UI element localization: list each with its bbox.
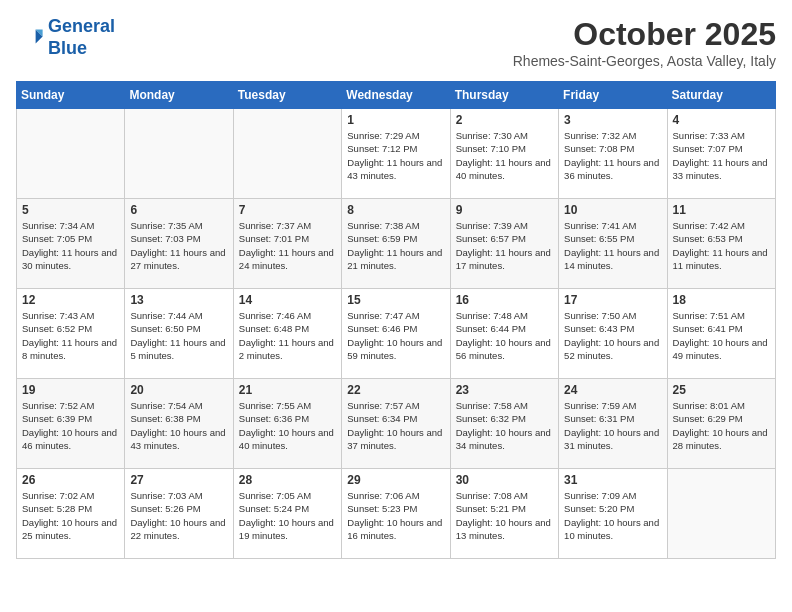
day-info: Sunrise: 7:03 AMSunset: 5:26 PMDaylight:… [130, 489, 227, 542]
day-number: 7 [239, 203, 336, 217]
logo-general: General [48, 16, 115, 36]
day-info: Sunrise: 7:39 AMSunset: 6:57 PMDaylight:… [456, 219, 553, 272]
weekday-header: Sunday [17, 82, 125, 109]
day-number: 25 [673, 383, 770, 397]
calendar-cell: 3Sunrise: 7:32 AMSunset: 7:08 PMDaylight… [559, 109, 667, 199]
calendar-cell: 5Sunrise: 7:34 AMSunset: 7:05 PMDaylight… [17, 199, 125, 289]
day-number: 15 [347, 293, 444, 307]
calendar-week-row: 5Sunrise: 7:34 AMSunset: 7:05 PMDaylight… [17, 199, 776, 289]
calendar-cell: 19Sunrise: 7:52 AMSunset: 6:39 PMDayligh… [17, 379, 125, 469]
calendar-cell: 1Sunrise: 7:29 AMSunset: 7:12 PMDaylight… [342, 109, 450, 199]
calendar-table: SundayMondayTuesdayWednesdayThursdayFrid… [16, 81, 776, 559]
logo-text: General Blue [48, 16, 115, 59]
header-row: SundayMondayTuesdayWednesdayThursdayFrid… [17, 82, 776, 109]
day-number: 18 [673, 293, 770, 307]
calendar-cell: 8Sunrise: 7:38 AMSunset: 6:59 PMDaylight… [342, 199, 450, 289]
day-info: Sunrise: 7:59 AMSunset: 6:31 PMDaylight:… [564, 399, 661, 452]
calendar-cell: 13Sunrise: 7:44 AMSunset: 6:50 PMDayligh… [125, 289, 233, 379]
day-info: Sunrise: 7:43 AMSunset: 6:52 PMDaylight:… [22, 309, 119, 362]
day-info: Sunrise: 7:35 AMSunset: 7:03 PMDaylight:… [130, 219, 227, 272]
day-number: 6 [130, 203, 227, 217]
logo: General Blue [16, 16, 115, 59]
calendar-cell: 7Sunrise: 7:37 AMSunset: 7:01 PMDaylight… [233, 199, 341, 289]
calendar-cell: 30Sunrise: 7:08 AMSunset: 5:21 PMDayligh… [450, 469, 558, 559]
day-info: Sunrise: 7:05 AMSunset: 5:24 PMDaylight:… [239, 489, 336, 542]
day-number: 27 [130, 473, 227, 487]
calendar-cell [233, 109, 341, 199]
calendar-week-row: 12Sunrise: 7:43 AMSunset: 6:52 PMDayligh… [17, 289, 776, 379]
calendar-cell: 29Sunrise: 7:06 AMSunset: 5:23 PMDayligh… [342, 469, 450, 559]
calendar-cell: 6Sunrise: 7:35 AMSunset: 7:03 PMDaylight… [125, 199, 233, 289]
day-info: Sunrise: 7:46 AMSunset: 6:48 PMDaylight:… [239, 309, 336, 362]
calendar-cell: 26Sunrise: 7:02 AMSunset: 5:28 PMDayligh… [17, 469, 125, 559]
calendar-cell: 9Sunrise: 7:39 AMSunset: 6:57 PMDaylight… [450, 199, 558, 289]
day-info: Sunrise: 7:55 AMSunset: 6:36 PMDaylight:… [239, 399, 336, 452]
weekday-header: Tuesday [233, 82, 341, 109]
day-number: 28 [239, 473, 336, 487]
day-info: Sunrise: 7:37 AMSunset: 7:01 PMDaylight:… [239, 219, 336, 272]
weekday-header: Friday [559, 82, 667, 109]
day-number: 9 [456, 203, 553, 217]
day-info: Sunrise: 7:54 AMSunset: 6:38 PMDaylight:… [130, 399, 227, 452]
day-info: Sunrise: 7:48 AMSunset: 6:44 PMDaylight:… [456, 309, 553, 362]
calendar-cell: 12Sunrise: 7:43 AMSunset: 6:52 PMDayligh… [17, 289, 125, 379]
day-number: 26 [22, 473, 119, 487]
day-info: Sunrise: 7:52 AMSunset: 6:39 PMDaylight:… [22, 399, 119, 452]
day-info: Sunrise: 7:29 AMSunset: 7:12 PMDaylight:… [347, 129, 444, 182]
weekday-header: Saturday [667, 82, 775, 109]
day-info: Sunrise: 7:33 AMSunset: 7:07 PMDaylight:… [673, 129, 770, 182]
calendar-cell [17, 109, 125, 199]
logo-blue: Blue [48, 38, 87, 58]
day-number: 23 [456, 383, 553, 397]
calendar-cell: 28Sunrise: 7:05 AMSunset: 5:24 PMDayligh… [233, 469, 341, 559]
calendar-cell [667, 469, 775, 559]
day-info: Sunrise: 7:30 AMSunset: 7:10 PMDaylight:… [456, 129, 553, 182]
day-number: 20 [130, 383, 227, 397]
day-info: Sunrise: 7:44 AMSunset: 6:50 PMDaylight:… [130, 309, 227, 362]
location: Rhemes-Saint-Georges, Aosta Valley, Ital… [513, 53, 776, 69]
day-info: Sunrise: 7:57 AMSunset: 6:34 PMDaylight:… [347, 399, 444, 452]
day-number: 8 [347, 203, 444, 217]
day-info: Sunrise: 7:32 AMSunset: 7:08 PMDaylight:… [564, 129, 661, 182]
day-info: Sunrise: 7:58 AMSunset: 6:32 PMDaylight:… [456, 399, 553, 452]
calendar-week-row: 1Sunrise: 7:29 AMSunset: 7:12 PMDaylight… [17, 109, 776, 199]
calendar-cell: 11Sunrise: 7:42 AMSunset: 6:53 PMDayligh… [667, 199, 775, 289]
weekday-header: Wednesday [342, 82, 450, 109]
day-info: Sunrise: 7:02 AMSunset: 5:28 PMDaylight:… [22, 489, 119, 542]
day-number: 24 [564, 383, 661, 397]
month-title: October 2025 [513, 16, 776, 53]
day-number: 2 [456, 113, 553, 127]
day-info: Sunrise: 7:50 AMSunset: 6:43 PMDaylight:… [564, 309, 661, 362]
calendar-week-row: 26Sunrise: 7:02 AMSunset: 5:28 PMDayligh… [17, 469, 776, 559]
calendar-cell: 16Sunrise: 7:48 AMSunset: 6:44 PMDayligh… [450, 289, 558, 379]
day-number: 17 [564, 293, 661, 307]
calendar-cell [125, 109, 233, 199]
calendar-cell: 10Sunrise: 7:41 AMSunset: 6:55 PMDayligh… [559, 199, 667, 289]
calendar-cell: 4Sunrise: 7:33 AMSunset: 7:07 PMDaylight… [667, 109, 775, 199]
day-info: Sunrise: 7:09 AMSunset: 5:20 PMDaylight:… [564, 489, 661, 542]
day-info: Sunrise: 7:42 AMSunset: 6:53 PMDaylight:… [673, 219, 770, 272]
calendar-cell: 18Sunrise: 7:51 AMSunset: 6:41 PMDayligh… [667, 289, 775, 379]
day-number: 10 [564, 203, 661, 217]
calendar-cell: 23Sunrise: 7:58 AMSunset: 6:32 PMDayligh… [450, 379, 558, 469]
day-info: Sunrise: 8:01 AMSunset: 6:29 PMDaylight:… [673, 399, 770, 452]
calendar-cell: 20Sunrise: 7:54 AMSunset: 6:38 PMDayligh… [125, 379, 233, 469]
calendar-cell: 14Sunrise: 7:46 AMSunset: 6:48 PMDayligh… [233, 289, 341, 379]
calendar-cell: 27Sunrise: 7:03 AMSunset: 5:26 PMDayligh… [125, 469, 233, 559]
calendar-cell: 22Sunrise: 7:57 AMSunset: 6:34 PMDayligh… [342, 379, 450, 469]
weekday-header: Monday [125, 82, 233, 109]
day-number: 13 [130, 293, 227, 307]
day-number: 3 [564, 113, 661, 127]
page-header: General Blue October 2025 Rhemes-Saint-G… [16, 16, 776, 69]
day-number: 31 [564, 473, 661, 487]
day-number: 30 [456, 473, 553, 487]
calendar-cell: 24Sunrise: 7:59 AMSunset: 6:31 PMDayligh… [559, 379, 667, 469]
day-number: 16 [456, 293, 553, 307]
day-number: 11 [673, 203, 770, 217]
day-info: Sunrise: 7:41 AMSunset: 6:55 PMDaylight:… [564, 219, 661, 272]
calendar-cell: 31Sunrise: 7:09 AMSunset: 5:20 PMDayligh… [559, 469, 667, 559]
weekday-header: Thursday [450, 82, 558, 109]
day-info: Sunrise: 7:51 AMSunset: 6:41 PMDaylight:… [673, 309, 770, 362]
day-info: Sunrise: 7:08 AMSunset: 5:21 PMDaylight:… [456, 489, 553, 542]
day-number: 22 [347, 383, 444, 397]
